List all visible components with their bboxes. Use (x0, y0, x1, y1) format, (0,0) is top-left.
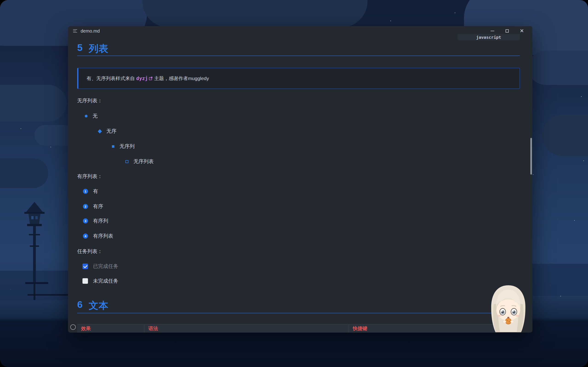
cloud (542, 115, 588, 156)
ordered-badge: 4 (83, 234, 88, 239)
section-heading-5[interactable]: 5 列表 (77, 42, 108, 55)
list-item-text[interactable]: 有序列 (93, 217, 108, 224)
table-header-cell: 效果 (77, 324, 145, 333)
heading-text: 文本 (89, 299, 108, 312)
theme-link[interactable]: dyzj (136, 76, 148, 81)
blockquote-note[interactable]: 有、无序列表样式来自 dyzj 主题，感谢作者muggledy (77, 68, 520, 89)
close-button[interactable]: ✕ (519, 29, 524, 33)
section-heading-6[interactable]: 6 文本 (77, 299, 108, 312)
list-item: 4 有序列表 (83, 232, 113, 240)
table-header-cell: 语法 (145, 324, 349, 333)
code-language-tag[interactable]: javascript (458, 34, 520, 40)
heading-text: 列表 (89, 42, 108, 55)
bullet-hollow-square-icon (125, 160, 128, 163)
mode-indicator-button[interactable] (70, 324, 76, 330)
list-item-text[interactable]: 有序列表 (93, 233, 113, 240)
list-item-text[interactable]: 有序 (93, 203, 103, 210)
list-item-text[interactable]: 无 (93, 113, 98, 119)
checkbox-checked-icon[interactable] (82, 264, 88, 269)
task-list-label[interactable]: 任务列表： (77, 248, 103, 255)
star-field (0, 0, 0, 0)
minimize-button[interactable] (490, 29, 495, 33)
heading-number: 6 (77, 299, 83, 312)
bullet-diamond-icon (98, 129, 102, 133)
list-item: 无序列表 (125, 158, 154, 165)
cloud (0, 85, 67, 122)
list-item: 1 有 (83, 188, 98, 195)
task-item: 未完成任务 (82, 277, 118, 285)
ordered-badge: 3 (83, 218, 88, 223)
list-item: 无 (85, 112, 98, 120)
list-item: 无序 (98, 127, 116, 135)
list-item: 无序列 (112, 143, 135, 150)
heading-number: 5 (77, 42, 83, 55)
list-item: 3 有序列 (83, 217, 108, 225)
mascot-character[interactable] (487, 284, 530, 333)
heading-rule (77, 56, 520, 56)
sidebar-toggle-icon[interactable] (73, 29, 77, 33)
task-item-text[interactable]: 已完成任务 (93, 263, 118, 270)
cloud (142, 0, 367, 27)
list-item-text[interactable]: 无序列 (120, 143, 135, 150)
note-text-suffix: 主题，感谢作者muggledy (154, 75, 209, 82)
ordered-badge: 2 (83, 204, 88, 209)
list-item-text[interactable]: 无序 (106, 128, 116, 135)
note-text-prefix: 有、无序列表样式来自 (86, 75, 135, 82)
tower-silhouette (18, 202, 51, 300)
document-table: 效果 语法 快捷键 (77, 324, 520, 333)
editor-window: demo.md ✕ javascript 5 列表 有、无序列表样式来自 dyz… (68, 26, 532, 333)
unordered-list-label[interactable]: 无序列表： (77, 97, 103, 104)
cloud (528, 50, 588, 85)
task-item: 已完成任务 (82, 263, 118, 270)
bullet-dot-icon (85, 115, 87, 117)
scrollbar-thumb[interactable] (530, 138, 532, 175)
ordered-list-label[interactable]: 有序列表： (77, 173, 103, 180)
external-link-icon (149, 77, 153, 80)
ordered-badge: 1 (83, 189, 88, 194)
list-item-text[interactable]: 有 (93, 188, 98, 195)
list-item: 2 有序 (83, 203, 103, 210)
task-item-text[interactable]: 未完成任务 (93, 277, 118, 284)
bullet-square-icon (112, 145, 114, 148)
checkbox-unchecked-icon[interactable] (82, 278, 88, 284)
window-title: demo.md (81, 28, 100, 34)
list-item-text[interactable]: 无序列表 (133, 158, 154, 165)
maximize-button[interactable] (505, 29, 510, 33)
cloud (0, 158, 48, 188)
heading-rule (77, 313, 520, 313)
